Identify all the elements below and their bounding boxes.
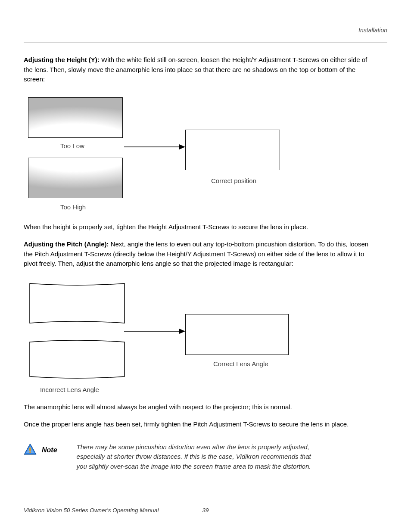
header-section: Installation bbox=[24, 26, 387, 35]
diagram-pitch: Incorrect Lens Angle Correct Lens Angle bbox=[24, 282, 387, 398]
footer-manual: Vidikron Vision 50 Series Owner's Operat… bbox=[24, 507, 159, 513]
footer-page: 39 bbox=[202, 506, 209, 515]
after1-text: When the height is properly set, tighten… bbox=[24, 222, 377, 232]
rectangle-correct bbox=[185, 314, 289, 355]
screen-correct-position bbox=[185, 130, 280, 170]
diagram-height: Too Low Too High Correct position bbox=[24, 97, 387, 209]
svg-marker-1 bbox=[179, 144, 185, 149]
svg-marker-3 bbox=[179, 329, 185, 334]
label-too-high: Too High bbox=[60, 202, 86, 212]
label-incorrect-angle: Incorrect Lens Angle bbox=[40, 385, 99, 395]
section1-text: Adjusting the Height (Y): With the white… bbox=[24, 55, 377, 84]
note-row: Note There may be some pincushion distor… bbox=[24, 442, 387, 472]
label-correct-angle: Correct Lens Angle bbox=[213, 359, 268, 369]
section1-heading: Adjusting the Height (Y): bbox=[24, 56, 100, 63]
label-correct-position: Correct position bbox=[211, 176, 256, 186]
section2-text: Adjusting the Pitch (Angle): Next, angle… bbox=[24, 240, 377, 269]
note-label: Note bbox=[42, 445, 57, 455]
after2b-text: Once the proper lens angle has been set,… bbox=[24, 420, 377, 429]
after2a-text: The anamorphic lens will almost always b… bbox=[24, 402, 377, 412]
footer: Vidikron Vision 50 Series Owner's Operat… bbox=[24, 506, 387, 515]
header-rule bbox=[24, 43, 387, 43]
svg-point-7 bbox=[29, 451, 31, 453]
svg-rect-6 bbox=[29, 448, 31, 451]
arrow-right-icon bbox=[124, 144, 187, 150]
section2-heading: Adjusting the Pitch (Angle): bbox=[24, 240, 109, 248]
label-too-low: Too Low bbox=[60, 141, 84, 151]
note-text: There may be some pincushion distortion … bbox=[77, 442, 318, 472]
arrow-right-icon bbox=[124, 328, 187, 334]
pincushion-top bbox=[28, 282, 126, 325]
pincushion-bottom bbox=[28, 338, 126, 381]
note-triangle-icon bbox=[24, 443, 37, 458]
screen-too-low bbox=[28, 97, 123, 138]
screen-too-high bbox=[28, 158, 123, 198]
